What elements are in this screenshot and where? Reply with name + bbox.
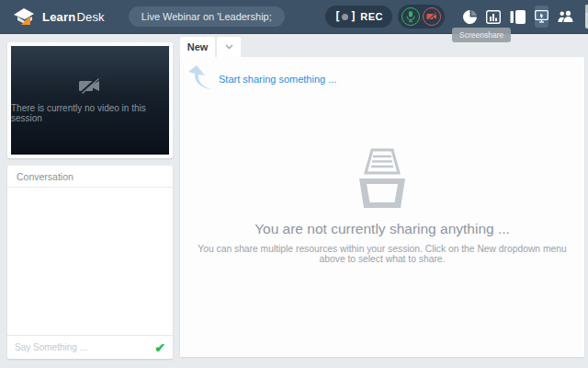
start-sharing-hint: Start sharing something ... bbox=[219, 74, 336, 85]
video-off-icon bbox=[78, 77, 102, 94]
rec-label: REC bbox=[360, 11, 383, 22]
conversation-panel: Conversation ✔ bbox=[7, 166, 173, 359]
rec-dot-icon bbox=[342, 14, 348, 20]
microphone-icon bbox=[406, 11, 415, 22]
rec-bracket-left: [ bbox=[334, 10, 340, 23]
screenshare-tooltip: Screenshare bbox=[452, 28, 511, 42]
tab-new[interactable]: New bbox=[180, 37, 215, 57]
empty-state: You are not currently sharing anything .… bbox=[180, 147, 584, 264]
video-panel: There is currently no video in this sess… bbox=[7, 42, 173, 158]
sharing-area: New Start sharing something ... You are … bbox=[180, 37, 584, 357]
panel-layout-button[interactable] bbox=[510, 8, 526, 25]
hint-arrow-icon bbox=[187, 64, 213, 92]
camera-off-icon bbox=[426, 12, 437, 21]
no-video-message: There is currently no video in this sess… bbox=[11, 103, 169, 123]
learndesk-logo-icon bbox=[12, 6, 36, 27]
screenshare-button[interactable] bbox=[535, 6, 548, 28]
new-dropdown-button[interactable] bbox=[217, 37, 241, 57]
participants-button[interactable] bbox=[558, 8, 574, 25]
panel-layout-icon bbox=[510, 10, 526, 24]
record-button[interactable]: [ ] REC bbox=[325, 6, 392, 28]
rec-bracket-right: ] bbox=[350, 10, 356, 23]
participants-icon bbox=[558, 10, 574, 23]
conversation-title: Conversation bbox=[7, 166, 173, 188]
share-tray-icon bbox=[354, 147, 411, 210]
share-content: Start sharing something ... You are not … bbox=[180, 57, 584, 357]
bar-chart-icon bbox=[486, 10, 501, 24]
pie-chart-button[interactable] bbox=[463, 8, 477, 25]
video-area: There is currently no video in this sess… bbox=[11, 46, 169, 155]
send-check-icon[interactable]: ✔ bbox=[154, 340, 165, 355]
brand[interactable]: LearnDesk bbox=[12, 6, 105, 27]
microphone-toggle[interactable] bbox=[401, 7, 420, 26]
share-tabbar: New bbox=[180, 37, 584, 57]
empty-subtitle: You can share multiple resources within … bbox=[180, 244, 584, 264]
conversation-input-row: ✔ bbox=[7, 335, 173, 359]
conversation-messages[interactable] bbox=[7, 188, 173, 335]
camera-toggle[interactable] bbox=[423, 7, 441, 26]
screenshare-icon bbox=[535, 10, 548, 23]
av-controls bbox=[398, 5, 445, 29]
pie-chart-icon bbox=[463, 10, 477, 24]
brand-name: LearnDesk bbox=[42, 10, 105, 24]
bar-chart-button[interactable] bbox=[486, 8, 501, 25]
empty-title: You are not currently sharing anything .… bbox=[180, 221, 584, 237]
chat-input[interactable] bbox=[15, 342, 149, 352]
session-title-badge: Live Webinar on 'Leadership; bbox=[129, 6, 285, 27]
chevron-down-icon bbox=[225, 44, 233, 50]
